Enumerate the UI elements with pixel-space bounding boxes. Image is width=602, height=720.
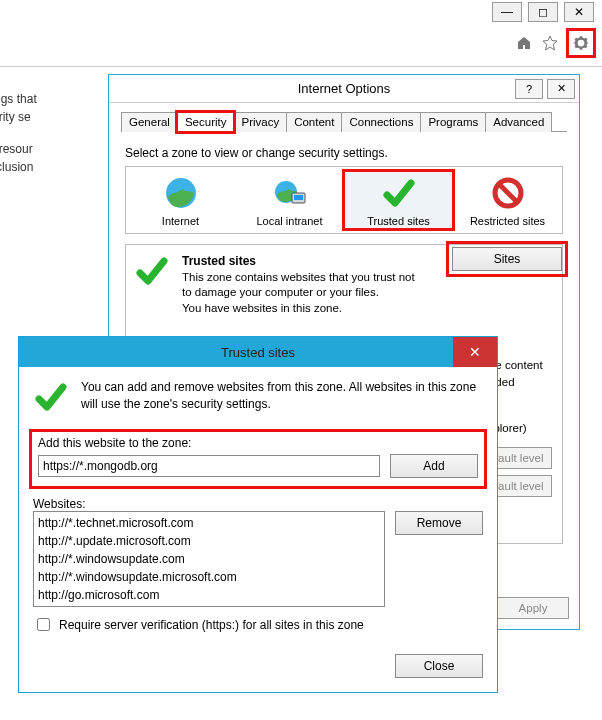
tab-general[interactable]: General: [121, 112, 178, 132]
maximize-button[interactable]: ◻: [528, 2, 558, 22]
checkmark-icon: [33, 379, 69, 415]
checkmark-icon: [134, 253, 172, 316]
list-item[interactable]: http://*.windowsupdate.com: [38, 550, 380, 568]
require-https-checkbox[interactable]: [37, 618, 50, 631]
tabstrip: General Security Privacy Content Connect…: [121, 111, 567, 132]
add-button[interactable]: Add: [390, 454, 478, 478]
zone-internet-label: Internet: [126, 215, 235, 227]
list-item[interactable]: http://*.technet.microsoft.com: [38, 514, 380, 532]
list-item[interactable]: http://*.windowsupdate.microsoft.com: [38, 568, 380, 586]
intranet-icon: [272, 175, 308, 211]
sites-button[interactable]: Sites: [452, 247, 562, 271]
zone-desc-line2: You have websites in this zone.: [182, 302, 342, 314]
tab-security[interactable]: Security: [177, 112, 235, 132]
tools-gear-highlight: [566, 28, 596, 58]
tab-connections[interactable]: Connections: [341, 112, 421, 132]
zone-instruction: Select a zone to view or change security…: [125, 146, 563, 160]
trusted-sites-intro: You can add and remove websites from thi…: [81, 379, 483, 413]
add-website-label: Add this website to the zone:: [38, 436, 478, 450]
tab-programs[interactable]: Programs: [420, 112, 486, 132]
apply-button[interactable]: Apply: [497, 597, 569, 619]
window-controls: — ◻ ✕: [0, 0, 602, 24]
close-button[interactable]: ✕: [453, 337, 497, 367]
websites-label: Websites:: [33, 497, 483, 511]
zone-intranet-label: Local intranet: [235, 215, 344, 227]
tab-privacy[interactable]: Privacy: [233, 112, 287, 132]
trusted-sites-dialog: Trusted sites ✕ You can add and remove w…: [18, 336, 498, 693]
zone-trusted-label: Trusted sites: [344, 215, 453, 227]
tab-content[interactable]: Content: [286, 112, 342, 132]
zone-desc-line1: This zone contains websites that you tru…: [182, 271, 415, 299]
globe-icon: [163, 175, 199, 211]
remove-button[interactable]: Remove: [395, 511, 483, 535]
page-cutoff-text: curity settings thatof the security se t…: [0, 90, 120, 190]
svg-rect-3: [294, 195, 303, 200]
trusted-sites-title: Trusted sites: [221, 345, 295, 360]
tab-advanced[interactable]: Advanced: [485, 112, 552, 132]
favorites-icon[interactable]: [540, 33, 560, 53]
zone-selector: Internet Local intranet Trusted sites Re…: [125, 166, 563, 234]
gear-icon[interactable]: [571, 33, 591, 53]
sites-button-highlight: Sites: [446, 241, 568, 277]
svg-line-5: [499, 184, 517, 202]
close-button[interactable]: ✕: [547, 79, 575, 99]
help-button[interactable]: ?: [515, 79, 543, 99]
zone-desc-title: Trusted sites: [182, 254, 256, 268]
zone-internet[interactable]: Internet: [126, 171, 235, 229]
dialog-footer-buttons: Apply: [497, 597, 569, 619]
add-website-highlight: Add this website to the zone: Add: [29, 429, 487, 489]
close-window-button[interactable]: ✕: [564, 2, 594, 22]
trusted-sites-titlebar: Trusted sites ✕: [19, 337, 497, 367]
checkmark-icon: [381, 175, 417, 211]
minimize-button[interactable]: —: [492, 2, 522, 22]
require-https-label: Require server verification (https:) for…: [59, 618, 364, 632]
add-website-input[interactable]: [38, 455, 380, 477]
list-item[interactable]: http://go.microsoft.com: [38, 586, 380, 604]
websites-listbox[interactable]: http://*.technet.microsoft.com http://*.…: [33, 511, 385, 607]
internet-options-title: Internet Options: [298, 81, 391, 96]
browser-chrome: — ◻ ✕: [0, 0, 602, 67]
zone-local-intranet[interactable]: Local intranet: [235, 171, 344, 229]
nosite-icon: [490, 175, 526, 211]
zone-restricted-label: Restricted sites: [453, 215, 562, 227]
internet-options-titlebar: Internet Options ? ✕: [109, 75, 579, 103]
close-dialog-button[interactable]: Close: [395, 654, 483, 678]
list-item[interactable]: http://*.update.microsoft.com: [38, 532, 380, 550]
zone-trusted-sites[interactable]: Trusted sites: [344, 171, 453, 229]
zone-restricted-sites[interactable]: Restricted sites: [453, 171, 562, 229]
home-icon[interactable]: [514, 33, 534, 53]
